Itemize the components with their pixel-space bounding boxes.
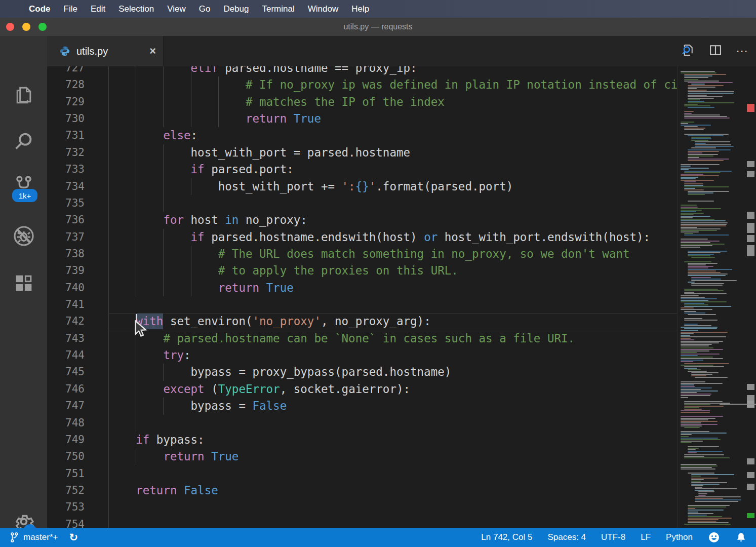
indent-guide [136,229,136,246]
line-number[interactable]: 729 [47,94,85,110]
tab-utils-py[interactable]: utils.py × [47,36,164,66]
feedback-smiley-icon[interactable] [708,531,720,543]
line-number[interactable]: 745 [47,364,85,380]
line-number[interactable]: 733 [47,161,85,178]
current-line-border [108,313,677,314]
code-line[interactable]: 730 return True [47,110,677,127]
code-line[interactable]: 735 [47,195,677,212]
code-line[interactable]: 746 except (TypeError, socket.gaierror): [47,381,677,398]
tab-close-icon[interactable]: × [149,45,156,58]
zoom-window-button[interactable] [38,23,47,31]
menu-item-edit[interactable]: Edit [84,4,112,14]
code-line[interactable]: 747 bypass = False [47,398,677,414]
code-line[interactable]: 744 try: [47,347,677,364]
code-line[interactable]: 736 for host in no_proxy: [47,212,677,228]
code-line[interactable]: 751 [47,465,677,482]
open-changes-icon[interactable] [680,43,695,60]
line-number[interactable]: 746 [47,381,85,398]
eol-sequence[interactable]: LF [641,532,651,542]
code-line[interactable]: 754 [47,516,677,528]
line-number[interactable]: 728 [47,76,85,93]
minimize-window-button[interactable] [22,23,30,31]
search-icon[interactable] [0,123,47,159]
line-number[interactable]: 740 [47,280,85,296]
code-line[interactable]: 748 [47,415,677,432]
explorer-icon[interactable] [0,77,47,113]
menu-item-help[interactable]: Help [345,4,376,14]
code-line[interactable]: 749 if bypass: [47,432,677,448]
minimap[interactable] [677,66,745,528]
editor[interactable]: 727 elif parsed.hostname == proxy_ip:728… [47,66,756,528]
line-number[interactable]: 738 [47,246,85,262]
code-line[interactable]: 737 if parsed.hostname.endswith(host) or… [47,229,677,246]
code-line[interactable]: 753 [47,499,677,516]
git-branch-item[interactable]: master*+ [9,532,58,543]
code-token [108,163,191,176]
split-editor-icon[interactable] [708,43,723,59]
line-number[interactable]: 737 [47,229,85,246]
notifications-bell-icon[interactable] [735,531,747,543]
line-number[interactable]: 727 [47,66,85,76]
indentation[interactable]: Spaces: 4 [547,532,586,542]
code-line[interactable]: 740 return True [47,280,677,296]
line-number[interactable]: 744 [47,347,85,364]
code-token: : [184,348,191,362]
line-number[interactable]: 732 [47,144,85,161]
minimap-line [684,186,729,187]
line-number[interactable]: 747 [47,398,85,414]
line-number[interactable]: 752 [47,482,85,499]
code-line[interactable]: 729 # matches the IP of the index [47,94,677,110]
line-number[interactable]: 748 [47,415,85,432]
line-number[interactable]: 749 [47,432,85,448]
menu-item-view[interactable]: View [161,4,192,14]
overview-ruler[interactable] [745,66,756,528]
line-number[interactable]: 735 [47,195,85,212]
code-line[interactable]: 741 [47,296,677,313]
line-number[interactable]: 754 [47,516,85,528]
code-line[interactable]: 728 # If no_proxy ip was defined in plai… [47,76,677,93]
menu-item-file[interactable]: File [57,4,84,14]
code-line[interactable]: 745 bypass = proxy_bypass(parsed.hostnam… [47,364,677,380]
cursor-position[interactable]: Ln 742, Col 5 [481,532,532,542]
line-number[interactable]: 742 [47,313,85,330]
language-mode[interactable]: Python [666,532,693,542]
code-line[interactable]: 739 # to apply the proxies on this URL. [47,262,677,279]
code-line[interactable]: 731 else: [47,127,677,144]
menu-item-debug[interactable]: Debug [217,4,255,14]
more-actions-icon[interactable]: ⋯ [736,44,749,58]
line-number[interactable]: 736 [47,212,85,228]
code-line[interactable]: 750 return True [47,448,677,465]
menu-item-go[interactable]: Go [192,4,217,14]
line-number[interactable]: 731 [47,127,85,144]
line-number[interactable]: 753 [47,499,85,516]
code-line[interactable]: 727 elif parsed.hostname == proxy_ip: [47,66,677,76]
line-number[interactable]: 734 [47,178,85,195]
line-number[interactable]: 730 [47,110,85,127]
menu-item-code[interactable]: Code [22,4,57,14]
source-control-icon[interactable]: 1k+ [0,167,47,202]
line-number[interactable]: 750 [47,448,85,465]
code-line[interactable]: 738 # The URL does match something in no… [47,246,677,262]
minimap-line [681,392,697,393]
line-number[interactable]: 743 [47,330,85,347]
line-number[interactable]: 739 [47,262,85,279]
line-number[interactable]: 751 [47,465,85,482]
encoding[interactable]: UTF-8 [601,532,625,542]
indent-guide [108,364,109,380]
menu-item-selection[interactable]: Selection [112,4,161,14]
sync-icon[interactable]: ↻ [69,531,78,543]
line-number[interactable]: 741 [47,296,85,313]
code-line[interactable]: 733 if parsed.port: [47,161,677,178]
close-window-button[interactable] [6,23,14,31]
code-line[interactable]: 734 host_with_port += ':{}'.format(parse… [47,178,677,195]
source-control-badge: 1k+ [12,189,37,202]
debug-icon[interactable] [0,218,47,254]
code-line[interactable]: 732 host_with_port = parsed.hostname [47,144,677,161]
minimap-line [681,220,726,221]
menu-item-terminal[interactable]: Terminal [255,4,301,14]
extensions-icon[interactable] [0,265,47,301]
code-line[interactable]: 752 return False [47,482,677,499]
code-token: # If no_proxy ip was defined in plain IP… [246,78,692,91]
window-title-bar[interactable]: utils.py — requests [0,18,756,36]
menu-item-window[interactable]: Window [301,4,345,14]
